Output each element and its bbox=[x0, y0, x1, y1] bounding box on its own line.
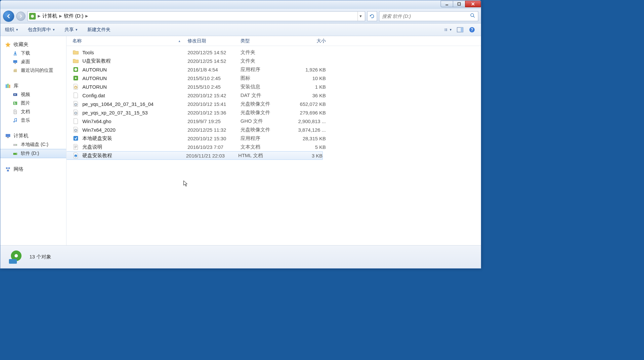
svg-rect-35 bbox=[6, 167, 8, 169]
svg-rect-1 bbox=[458, 3, 460, 5]
folder-icon bbox=[72, 58, 79, 64]
folder-icon bbox=[72, 49, 79, 56]
share-menu[interactable]: 共享 ▼ bbox=[64, 27, 78, 33]
breadcrumb-computer[interactable]: 计算机 bbox=[42, 13, 57, 19]
file-date: 2019/9/7 19:25 bbox=[188, 118, 240, 124]
back-button[interactable] bbox=[3, 11, 14, 22]
svg-rect-7 bbox=[445, 29, 445, 30]
svg-rect-10 bbox=[445, 30, 447, 31]
icon-green-icon bbox=[72, 75, 79, 81]
nav-desktop[interactable]: 桌面 bbox=[0, 58, 66, 66]
minimize-button[interactable] bbox=[441, 1, 453, 7]
desktop-icon bbox=[12, 59, 18, 65]
file-size: 2,900,813 ... bbox=[293, 118, 326, 124]
file-row[interactable]: pe_yqs_1064_20_07_31_16_042020/10/12 15:… bbox=[66, 100, 481, 108]
svg-point-28 bbox=[16, 120, 17, 122]
nav-drive-d[interactable]: 软件 (D:) bbox=[0, 149, 66, 158]
file-row[interactable]: U盘安装教程2020/12/25 14:52文件夹 bbox=[66, 57, 481, 65]
sort-asc-icon: ▲ bbox=[178, 39, 181, 43]
nav-pictures[interactable]: 图片 bbox=[0, 99, 66, 108]
file-name: U盘安装教程 bbox=[82, 58, 111, 64]
svg-point-24 bbox=[14, 102, 15, 103]
svg-text:?: ? bbox=[471, 27, 473, 32]
file-row[interactable]: AUTORUN2015/5/10 2:45安装信息1 KB bbox=[66, 82, 481, 91]
svg-point-34 bbox=[16, 154, 17, 154]
file-row[interactable]: 光盘说明2016/10/23 7:07文本文档5 KB bbox=[66, 143, 481, 151]
file-row[interactable]: pe_yqs_xp_20_07_31_15_532020/10/12 15:36… bbox=[66, 108, 481, 117]
svg-point-32 bbox=[16, 145, 17, 145]
chevron-down-icon: ▼ bbox=[52, 28, 55, 31]
file-row[interactable]: Win7x64_20202020/12/25 11:32光盘映像文件3,874,… bbox=[66, 125, 481, 134]
file-size: 1 KB bbox=[293, 84, 326, 90]
file-date: 2020/10/12 15:42 bbox=[188, 93, 240, 98]
file-row[interactable]: 本地硬盘安装2020/10/12 15:30应用程序28,315 KB bbox=[66, 134, 481, 143]
file-row[interactable]: AUTORUN2016/1/8 4:54应用程序1,926 KB bbox=[66, 65, 481, 74]
drive-green-icon bbox=[12, 151, 18, 157]
file-date: 2015/5/10 2:45 bbox=[188, 75, 240, 81]
computer-label: 计算机 bbox=[14, 133, 28, 139]
nav-downloads[interactable]: 下载 bbox=[0, 49, 66, 58]
computer-header[interactable]: 计算机 bbox=[0, 131, 66, 140]
close-button[interactable] bbox=[465, 1, 481, 7]
file-size: 3,874,126 ... bbox=[293, 127, 326, 133]
refresh-button[interactable] bbox=[367, 11, 377, 21]
svg-rect-48 bbox=[73, 136, 78, 141]
include-in-library-menu[interactable]: 包含到库中 ▼ bbox=[28, 27, 55, 33]
address-dropdown[interactable]: ▾ bbox=[358, 12, 364, 21]
new-folder-button[interactable]: 新建文件夹 bbox=[87, 27, 110, 33]
nav-recent[interactable]: 最近访问的位置 bbox=[0, 66, 66, 75]
network-header[interactable]: 网络 bbox=[0, 165, 66, 174]
svg-rect-15 bbox=[14, 55, 17, 55]
nav-drive-c[interactable]: 本地磁盘 (C:) bbox=[0, 140, 66, 149]
column-type[interactable]: 类型 bbox=[240, 38, 293, 44]
search-input[interactable] bbox=[382, 14, 470, 19]
svg-line-4 bbox=[473, 16, 475, 18]
file-name: 光盘说明 bbox=[82, 144, 102, 150]
file-row[interactable]: Tools2020/12/25 14:52文件夹 bbox=[66, 48, 481, 57]
address-bar[interactable]: ▶ 计算机 ▶ 软件 (D:) ▶ ▾ bbox=[27, 11, 365, 21]
svg-rect-29 bbox=[6, 134, 10, 137]
file-row[interactable]: Win7x64.gho2019/9/7 19:25GHO 文件2,900,813… bbox=[66, 117, 481, 125]
nav-documents[interactable]: 文档 bbox=[0, 108, 66, 116]
search-box[interactable] bbox=[379, 11, 478, 21]
file-size: 36 KB bbox=[293, 93, 326, 98]
libraries-header[interactable]: 库 bbox=[0, 81, 66, 90]
svg-rect-5 bbox=[445, 28, 445, 29]
nav-item-label: 音乐 bbox=[21, 117, 30, 123]
nav-videos[interactable]: 视频 bbox=[0, 90, 66, 99]
svg-rect-21 bbox=[9, 85, 10, 88]
file-date: 2020/10/12 15:30 bbox=[188, 136, 240, 141]
exe-blue-icon bbox=[72, 135, 79, 142]
file-type: 安装信息 bbox=[240, 84, 293, 90]
file-type: 图标 bbox=[240, 75, 293, 81]
favorites-header[interactable]: 收藏夹 bbox=[0, 40, 66, 49]
maximize-button[interactable] bbox=[453, 1, 465, 7]
file-date: 2020/12/25 14:52 bbox=[188, 58, 240, 64]
svg-point-39 bbox=[74, 68, 77, 71]
file-row[interactable]: e硬盘安装教程2016/11/21 22:03HTML 文档3 KB bbox=[66, 151, 323, 160]
svg-rect-30 bbox=[7, 137, 9, 138]
file-date: 2016/10/23 7:07 bbox=[188, 144, 240, 150]
view-mode-button[interactable]: ▼ bbox=[444, 26, 452, 34]
file-row[interactable]: AUTORUN2015/5/10 2:45图标10 KB bbox=[66, 74, 481, 82]
file-icon bbox=[72, 92, 79, 99]
recent-icon bbox=[12, 68, 18, 73]
nav-item-label: 图片 bbox=[21, 100, 30, 106]
file-name: AUTORUN bbox=[82, 84, 107, 90]
preview-pane-button[interactable] bbox=[456, 26, 464, 34]
column-name[interactable]: 名称▲ bbox=[72, 38, 188, 44]
status-bar: 13 个对象 bbox=[0, 245, 481, 268]
organize-menu[interactable]: 组织 ▼ bbox=[5, 27, 19, 33]
file-date: 2020/12/25 14:52 bbox=[188, 50, 240, 55]
nav-music[interactable]: 音乐 bbox=[0, 116, 66, 125]
help-button[interactable]: ? bbox=[468, 26, 476, 34]
column-size[interactable]: 大小 bbox=[293, 38, 326, 44]
forward-button[interactable] bbox=[16, 12, 25, 21]
column-date[interactable]: 修改日期 bbox=[188, 38, 240, 44]
chevron-down-icon: ▼ bbox=[16, 28, 19, 31]
computer-icon bbox=[5, 133, 11, 139]
navigation-bar: ▶ 计算机 ▶ 软件 (D:) ▶ ▾ bbox=[0, 9, 481, 23]
breadcrumb-current[interactable]: 软件 (D:) bbox=[64, 13, 83, 19]
file-row[interactable]: Config.dat2020/10/12 15:42DAT 文件36 KB bbox=[66, 91, 481, 100]
file-name: pe_yqs_1064_20_07_31_16_04 bbox=[82, 101, 153, 107]
